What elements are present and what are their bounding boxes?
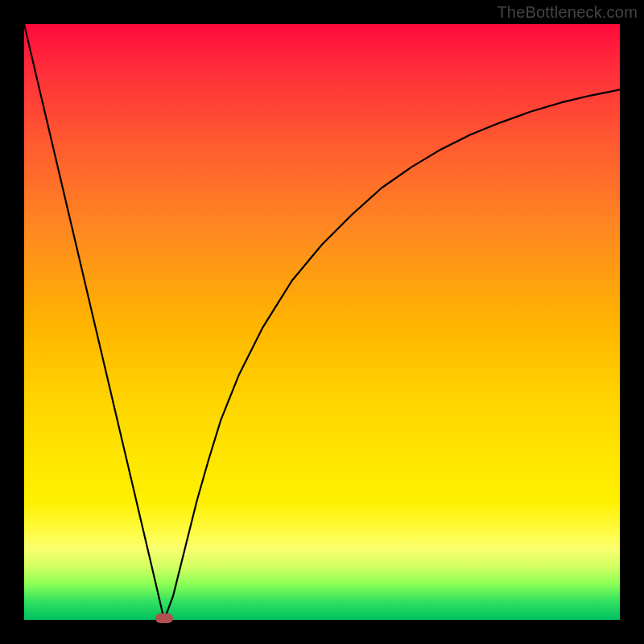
watermark-label: TheBottleneck.com: [497, 3, 638, 22]
chart-frame: TheBottleneck.com: [0, 0, 644, 644]
plot-area: [24, 24, 620, 620]
optimal-point-marker: [155, 613, 173, 623]
bottleneck-curve: [24, 24, 620, 620]
curve-path: [24, 24, 620, 620]
